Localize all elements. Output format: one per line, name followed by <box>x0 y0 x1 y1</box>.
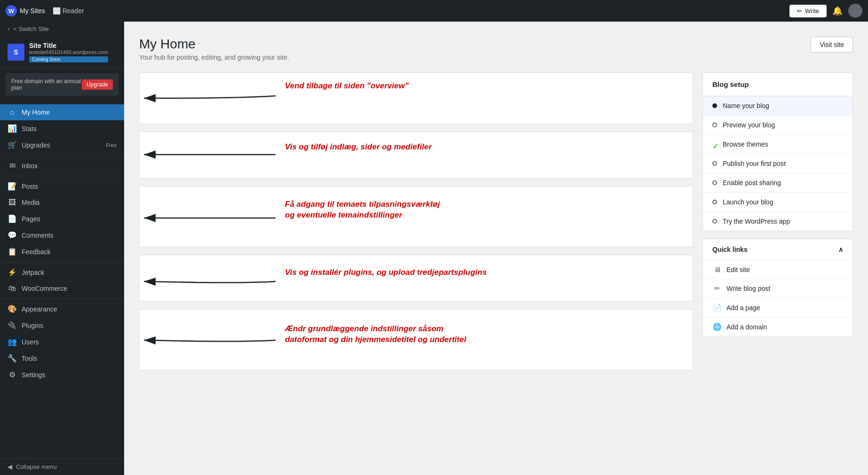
sidebar-item-woocommerce-label: WooCommerce <box>22 285 67 292</box>
nav-divider-4 <box>0 298 124 299</box>
launch-blog-dot <box>712 200 717 204</box>
site-details: Site Title testsite645101460.wordpress.c… <box>29 42 108 62</box>
visit-site-button[interactable]: Visit site <box>811 37 853 53</box>
quick-links-header: Quick links ∧ <box>703 239 852 260</box>
settings-icon: ⚙ <box>8 370 17 379</box>
preview-blog-dot <box>712 123 717 127</box>
sidebar-item-posts[interactable]: 📝 Posts <box>0 178 124 195</box>
setup-item-preview-blog[interactable]: Preview your blog <box>703 116 852 135</box>
try-app-label: Try the WordPress app <box>723 218 790 225</box>
add-domain-icon: 🌐 <box>712 323 722 331</box>
setup-item-browse-themes[interactable]: ✓ Browse themes <box>703 135 852 154</box>
user-avatar[interactable] <box>848 4 862 18</box>
upgrade-banner: Free domain with an annual plan Upgrade <box>6 73 118 96</box>
sidebar-item-pages-label: Pages <box>22 215 40 223</box>
sidebar-item-users[interactable]: 👥 Users <box>0 334 124 350</box>
collapse-menu-label: Collapse menu <box>16 463 57 470</box>
sidebar-item-settings-label: Settings <box>22 371 46 379</box>
stats-icon: 📊 <box>8 124 17 133</box>
page-subtitle: Your hub for posting, editing, and growi… <box>139 54 289 61</box>
page-title-block: My Home Your hub for posting, editing, a… <box>139 37 289 61</box>
plugins-icon: 🔌 <box>8 321 17 330</box>
name-blog-dot <box>712 103 717 108</box>
upgrade-text: Free domain with an annual plan <box>11 78 82 91</box>
page-header: My Home Your hub for posting, editing, a… <box>139 37 853 61</box>
quick-link-add-page[interactable]: 📄 Add a page <box>703 298 852 318</box>
appearance-icon: 🎨 <box>8 304 17 313</box>
edit-site-label: Edit site <box>726 266 750 273</box>
sidebar-item-inbox[interactable]: ✉ Inbox <box>0 157 124 174</box>
reader-label: Reader <box>63 7 84 15</box>
enable-sharing-label: Enable post sharing <box>723 179 781 187</box>
sidebar-item-stats[interactable]: 📊 Stats <box>0 120 124 137</box>
name-blog-label: Name your blog <box>723 102 769 109</box>
setup-item-launch-blog[interactable]: Launch your blog <box>703 193 852 212</box>
nav-divider-2 <box>0 176 124 176</box>
browse-themes-dot: ✓ <box>712 142 717 147</box>
setup-item-enable-sharing[interactable]: Enable post sharing <box>703 173 852 193</box>
edit-site-icon: 🖥 <box>712 265 722 273</box>
sidebar: ‹ < Switch Site S Site Title testsite645… <box>0 22 124 475</box>
blog-setup-header: Blog setup <box>703 73 852 96</box>
sidebar-item-my-home[interactable]: ⌂ My Home <box>0 104 124 120</box>
write-button[interactable]: ✏ Write <box>789 5 827 17</box>
back-arrow-icon: ‹ <box>8 25 9 32</box>
reader-tab-icon: ⬜ <box>53 7 61 15</box>
collapse-menu-button[interactable]: ◀ Collapse menu <box>0 458 124 475</box>
setup-item-name-blog[interactable]: Name your blog <box>703 96 852 116</box>
sidebar-item-feedback[interactable]: 📋 Feedback <box>0 243 124 260</box>
sidebar-item-tools[interactable]: 🔧 Tools <box>0 350 124 366</box>
sidebar-item-appearance-label: Appearance <box>22 305 57 313</box>
sidebar-item-jetpack[interactable]: ⚡ Jetpack <box>0 264 124 280</box>
collapse-quick-links-icon[interactable]: ∧ <box>838 246 843 253</box>
coming-soon-badge[interactable]: Coming Soon <box>29 56 108 62</box>
main-content: My Home Your hub for posting, editing, a… <box>124 22 868 475</box>
preview-blog-label: Preview your blog <box>723 121 775 129</box>
sidebar-item-plugins[interactable]: 🔌 Plugins <box>0 317 124 334</box>
upgrades-icon: 🛒 <box>8 140 17 149</box>
comments-icon: 💬 <box>8 231 17 240</box>
sidebar-item-upgrades-label: Upgrades <box>22 141 50 149</box>
content-grid: Vend tilbage til siden "overview" Vis og… <box>139 72 853 378</box>
sidebar-item-users-label: Users <box>22 338 39 346</box>
sidebar-item-pages[interactable]: 📄 Pages <box>0 210 124 227</box>
my-sites-link[interactable]: W My Sites <box>6 5 45 16</box>
sidebar-item-stats-label: Stats <box>22 125 37 132</box>
sidebar-item-comments[interactable]: 💬 Comments <box>0 227 124 243</box>
sidebar-item-media-label: Media <box>22 199 39 206</box>
upgrade-button[interactable]: Upgrade <box>82 79 113 90</box>
sidebar-item-woocommerce[interactable]: 🛍 WooCommerce <box>0 280 124 296</box>
switch-site-link[interactable]: ‹ < Switch Site <box>0 22 124 36</box>
sidebar-item-comments-label: Comments <box>22 232 54 239</box>
jetpack-icon: ⚡ <box>8 268 17 277</box>
plugins-panel <box>139 255 693 302</box>
sidebar-item-my-home-label: My Home <box>22 109 50 116</box>
right-col: Blog setup Name your blog Preview your b… <box>702 72 853 378</box>
appearance-panel <box>139 186 693 247</box>
site-icon: S <box>8 44 24 61</box>
sidebar-item-feedback-label: Feedback <box>22 248 50 256</box>
setup-item-try-app[interactable]: Try the WordPress app <box>703 212 852 231</box>
sidebar-item-media[interactable]: 🖼 Media <box>0 195 124 210</box>
quick-link-add-domain[interactable]: 🌐 Add a domain <box>703 318 852 336</box>
sidebar-item-tools-label: Tools <box>22 355 37 362</box>
sidebar-item-appearance[interactable]: 🎨 Appearance <box>0 301 124 317</box>
page-title: My Home <box>139 37 289 52</box>
quick-link-edit-site[interactable]: 🖥 Edit site <box>703 260 852 279</box>
quick-link-write-post[interactable]: ✏ Write blog post <box>703 279 852 298</box>
add-page-label: Add a page <box>726 304 760 311</box>
sidebar-item-settings[interactable]: ⚙ Settings <box>0 366 124 383</box>
topbar: W My Sites ⬜ Reader ✏ Write 🔔 <box>0 0 868 22</box>
setup-item-publish-post[interactable]: Publish your first post <box>703 154 852 173</box>
wp-logo-icon: W <box>6 5 17 16</box>
tools-icon: 🔧 <box>8 354 17 363</box>
switch-site-label: < Switch Site <box>13 25 49 32</box>
notifications-icon[interactable]: 🔔 <box>832 6 843 16</box>
users-icon: 👥 <box>8 337 17 346</box>
sidebar-item-upgrades[interactable]: 🛒 Upgrades Free <box>0 137 124 153</box>
add-page-icon: 📄 <box>712 304 722 312</box>
reader-link[interactable]: ⬜ Reader <box>53 7 84 15</box>
media-icon: 🖼 <box>8 198 17 207</box>
posts-icon: 📝 <box>8 182 17 191</box>
sidebar-item-inbox-label: Inbox <box>22 162 38 170</box>
